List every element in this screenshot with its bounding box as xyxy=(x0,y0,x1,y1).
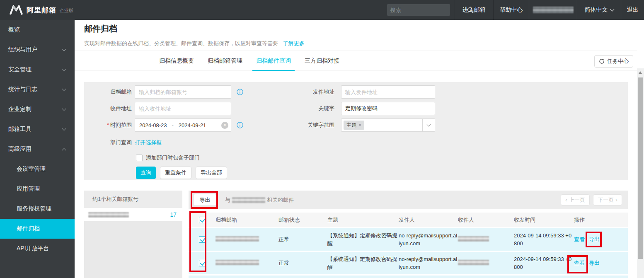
chevron-down-icon xyxy=(62,67,66,71)
page-title: 邮件归档 xyxy=(84,23,117,34)
chevron-down-icon xyxy=(62,107,66,111)
tab-archive-info-summary[interactable]: 归档信息概要 xyxy=(155,51,198,71)
account-mail-count: 17 xyxy=(170,211,177,218)
sidebar-item-overview[interactable]: 概览 xyxy=(0,20,75,40)
mailbox-status: 正常 xyxy=(278,259,327,267)
export-link[interactable]: 导出 xyxy=(589,236,600,243)
scrollbar-thumb[interactable] xyxy=(638,77,643,259)
vertical-scrollbar[interactable] xyxy=(637,68,644,278)
time-range-picker[interactable]: 2024-08-23 - 2024-09-21 × xyxy=(135,118,231,132)
redacted-mailbox xyxy=(215,260,259,265)
sidebar-item-advanced-apps[interactable]: 高级应用 xyxy=(0,139,75,159)
info-icon[interactable] xyxy=(237,89,243,95)
tabs: 归档信息概要 归档邮箱管理 归档邮件查询 三方归档对接 xyxy=(155,51,349,71)
clear-date-icon[interactable]: × xyxy=(221,122,228,129)
sidebar-item-app-management[interactable]: 应用管理 xyxy=(0,179,75,199)
reset-button[interactable]: 重置条件 xyxy=(160,167,191,179)
export-selected-button[interactable]: 导出 xyxy=(193,194,217,206)
sidebar-item-stats-logs[interactable]: 统计与日志 xyxy=(0,80,75,99)
time-separator: - xyxy=(172,122,174,128)
sidebar-item-security[interactable]: 安全管理 xyxy=(0,60,75,80)
topbar-nav: 进入邮箱 帮助中心 简体中文 退出 xyxy=(455,0,644,20)
include-sub-dept-checkbox[interactable] xyxy=(136,155,143,161)
task-center-button[interactable]: 任务中心 xyxy=(594,55,633,68)
col-header-mailbox: 归档邮箱 xyxy=(215,216,278,224)
sender-address-input[interactable] xyxy=(341,85,435,99)
sidebar-item-api-platform[interactable]: API开放平台 xyxy=(0,239,75,259)
keyword-scope-select[interactable]: 主题 × xyxy=(341,118,435,132)
topbar-search xyxy=(387,4,450,16)
chevron-down-icon xyxy=(610,7,614,12)
account-name-redacted[interactable] xyxy=(529,0,577,20)
table-header-row: 归档邮箱 邮箱状态 主题 发件人 收件人 收发时间 操作 xyxy=(189,213,628,227)
sidebar-item-mailbox-tools[interactable]: 邮箱工具 xyxy=(0,119,75,139)
tab-archive-mailbox-management[interactable]: 归档邮箱管理 xyxy=(204,51,246,71)
tabbar: 归档信息概要 归档邮箱管理 归档邮件查询 三方归档对接 xyxy=(75,51,637,70)
mail-time: 2024-09-14 09:59:33 +0800 xyxy=(514,256,571,270)
row-checkbox[interactable] xyxy=(199,236,206,243)
view-link[interactable]: 查看 xyxy=(574,236,585,243)
brand-m-icon xyxy=(9,5,23,15)
filter-panel: 归档邮箱 发件地址 收件地址 关键字 *时间范围 2024-08-23 - 20… xyxy=(84,82,628,180)
sidebar-item-enterprise-custom[interactable]: 企业定制 xyxy=(0,99,75,119)
sidebar: 概览 组织与用户 安全管理 统计与日志 企业定制 邮箱工具 高级应用 会议室管理… xyxy=(0,20,75,278)
query-button[interactable]: 查询 xyxy=(136,167,156,179)
info-icon[interactable] xyxy=(237,122,243,128)
chevron-down-icon xyxy=(62,87,66,91)
next-page-button[interactable]: 下一页› xyxy=(593,194,622,205)
brand: 阿里邮箱 企业版 xyxy=(9,0,73,20)
recipient-address-label: 收件地址 xyxy=(84,105,132,112)
enter-mailbox-button[interactable]: 进入邮箱 xyxy=(455,0,493,20)
mail-subject: 【系统通知】定期修改密码提醒 xyxy=(327,232,397,247)
select-all-checkbox[interactable] xyxy=(199,217,206,223)
tab-archive-mail-query[interactable]: 归档邮件查询 xyxy=(252,51,295,71)
sender-address-label: 发件地址 xyxy=(243,88,334,96)
recipient-address-input[interactable] xyxy=(135,102,231,115)
chevron-down-icon xyxy=(427,123,431,127)
table-row: 正常 【系统通知】定期修改密码提醒 no-reply@mailsupport.a… xyxy=(189,252,628,274)
col-header-time: 收发时间 xyxy=(514,216,574,224)
language-selector[interactable]: 简体中文 xyxy=(577,0,621,20)
col-header-sender: 发件人 xyxy=(399,216,458,224)
tag-close-icon[interactable]: × xyxy=(358,122,361,128)
scrollbar-up-arrow-icon[interactable] xyxy=(639,71,642,74)
chevron-up-icon xyxy=(62,148,66,152)
sidebar-item-service-auth[interactable]: 服务授权管理 xyxy=(0,199,75,219)
redacted-account-email xyxy=(88,212,129,218)
sidebar-item-org-users[interactable]: 组织与用户 xyxy=(0,40,75,60)
select-arrow[interactable] xyxy=(422,119,435,131)
redacted-mailbox xyxy=(215,236,259,242)
table-row-partial xyxy=(189,276,628,278)
account-list-item[interactable]: 17 xyxy=(84,208,182,221)
scope-tag-subject: 主题 × xyxy=(344,121,364,130)
col-header-status: 邮箱状态 xyxy=(278,216,327,224)
page-description-text: 实现对邮件数据的在线归档、分类管理、邮件查询、数据保存，以应对审查等需要 xyxy=(84,40,278,46)
account-summary: 约1个相关邮箱账号 xyxy=(84,191,182,208)
learn-more-link[interactable]: 了解更多 xyxy=(283,40,305,46)
prev-page-button[interactable]: ‹上一页 xyxy=(561,194,590,205)
time-range-label: *时间范围 xyxy=(84,121,132,129)
tab-third-party-archive[interactable]: 三方归档对接 xyxy=(301,51,343,71)
page-description: 实现对邮件数据的在线归档、分类管理、邮件查询、数据保存，以应对审查等需要 了解更… xyxy=(84,40,305,47)
brand-name: 阿里邮箱 xyxy=(27,5,56,15)
help-center-button[interactable]: 帮助中心 xyxy=(493,0,529,20)
table-row: 正常 【系统通知】定期修改密码提醒 no-reply@mailsupport.a… xyxy=(189,228,628,251)
logout-button[interactable]: 退出 xyxy=(621,0,644,20)
include-sub-dept-label: 添加部门时包含子部门 xyxy=(146,154,200,162)
sidebar-item-meeting-room[interactable]: 会议室管理 xyxy=(0,159,75,179)
chevron-down-icon xyxy=(62,47,66,51)
row-checkbox[interactable] xyxy=(199,260,206,266)
open-selector-link[interactable]: 打开选择框 xyxy=(135,139,162,146)
mail-subject: 【系统通知】定期修改密码提醒 xyxy=(327,256,397,270)
redacted-recipient xyxy=(458,260,489,265)
view-link[interactable]: 查看 xyxy=(574,259,585,267)
export-all-button[interactable]: 导出全部 xyxy=(196,167,227,179)
mail-archive-admin-page: 阿里邮箱 企业版 进入邮箱 帮助中心 简体中文 退出 概览 组织与用户 安全管理… xyxy=(0,0,644,278)
chevron-down-icon xyxy=(62,127,66,131)
col-header-recipient: 收件人 xyxy=(458,216,514,224)
archive-mailbox-input[interactable] xyxy=(135,85,231,99)
keyword-input[interactable] xyxy=(341,102,435,115)
topbar: 阿里邮箱 企业版 进入邮箱 帮助中心 简体中文 退出 xyxy=(0,0,644,20)
export-link[interactable]: 导出 xyxy=(589,259,600,267)
sidebar-item-mail-archive[interactable]: 邮件归档 xyxy=(0,219,75,239)
